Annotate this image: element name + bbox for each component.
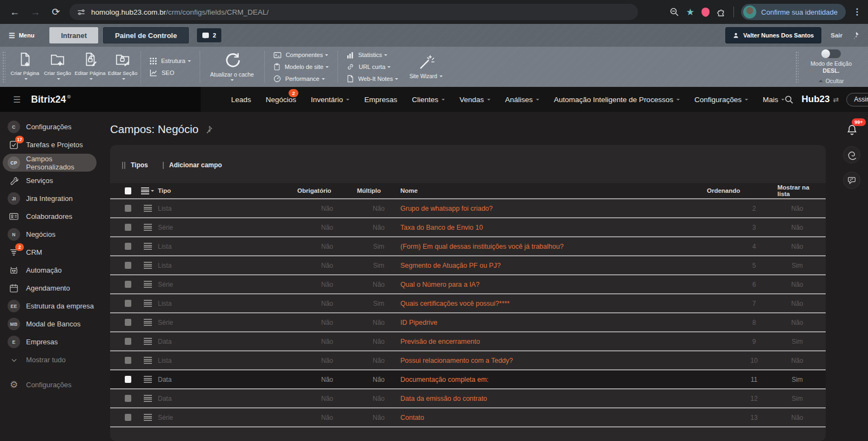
edit-mode-toggle[interactable] bbox=[821, 49, 841, 58]
nav-item-empresas[interactable]: Empresas bbox=[364, 96, 397, 104]
row-drag-handle-icon[interactable] bbox=[144, 319, 152, 326]
chat-history-button[interactable] bbox=[843, 172, 860, 189]
row-checkbox[interactable] bbox=[125, 262, 131, 269]
nav-item-clientes[interactable]: Clientes bbox=[412, 96, 445, 104]
nav-item-automacao-processos[interactable]: Automação Inteligente de Processos bbox=[554, 96, 680, 104]
field-name-link[interactable]: Possui relacionamento com a Teddy? bbox=[400, 357, 707, 364]
assinatura-button[interactable]: Assinatura bbox=[846, 93, 868, 106]
extensions-puzzle-icon[interactable] bbox=[717, 7, 726, 17]
row-checkbox[interactable] bbox=[125, 357, 131, 364]
nav-item-vendas[interactable]: Vendas bbox=[459, 96, 490, 104]
browser-menu-icon[interactable]: ⋮ bbox=[853, 10, 861, 14]
row-drag-handle-icon[interactable] bbox=[144, 395, 152, 402]
row-drag-handle-icon[interactable] bbox=[144, 357, 152, 364]
nav-item-analises[interactable]: Análises bbox=[505, 96, 539, 104]
logout-link[interactable]: Sair bbox=[831, 32, 843, 39]
field-name-link[interactable]: Contato bbox=[400, 414, 707, 421]
column-header-mostrar-na-lista[interactable]: Mostrar na lista bbox=[777, 184, 817, 197]
pin-title-icon[interactable] bbox=[205, 125, 213, 134]
row-checkbox[interactable] bbox=[125, 281, 131, 288]
row-checkbox[interactable] bbox=[125, 414, 131, 421]
chat-counter[interactable]: 2 bbox=[197, 28, 221, 42]
nav-item-negocios[interactable]: Negócios2 bbox=[266, 96, 296, 104]
column-header-nome[interactable]: Nome bbox=[400, 187, 707, 194]
row-drag-handle-icon[interactable] bbox=[144, 224, 152, 231]
sidebar-item-configuracoes[interactable]: C Configurações bbox=[0, 118, 97, 136]
statistics-button[interactable]: Statistics bbox=[347, 52, 398, 59]
copilot-button[interactable] bbox=[843, 146, 860, 163]
forward-icon[interactable]: → bbox=[26, 3, 44, 21]
identity-chip[interactable]: Confirme sua identidade bbox=[741, 4, 846, 20]
seo-button[interactable]: SEO bbox=[150, 69, 191, 77]
site-wizard-button[interactable]: Site Wizard bbox=[405, 47, 446, 87]
row-checkbox[interactable] bbox=[125, 338, 131, 345]
criar-pagina-button[interactable]: Criar Página bbox=[9, 47, 41, 87]
row-checkbox[interactable] bbox=[125, 224, 131, 231]
sidebar-item-crm[interactable]: 2 CRM bbox=[0, 243, 97, 261]
hide-ribbon-button[interactable]: Ocultar bbox=[819, 78, 844, 84]
row-drag-handle-icon[interactable] bbox=[144, 300, 152, 307]
estrutura-button[interactable]: Estrutura bbox=[150, 58, 191, 65]
field-name-link[interactable]: Segmento de Atuação PF ou PJ? bbox=[400, 262, 707, 269]
componentes-button[interactable]: Componentes bbox=[273, 52, 329, 59]
nav-item-mais[interactable]: Mais bbox=[763, 96, 785, 104]
sidebar-item-negocios[interactable]: N Negócios bbox=[0, 225, 97, 243]
row-checkbox[interactable] bbox=[125, 300, 131, 307]
sidebar-item-modal-de-bancos[interactable]: MB Modal de Bancos bbox=[0, 315, 97, 333]
portal-switcher[interactable]: Hub23⇄ bbox=[801, 94, 839, 105]
select-all-checkbox[interactable] bbox=[125, 187, 131, 194]
sidebar-item-colaboradores[interactable]: Colaboradores bbox=[0, 207, 97, 225]
tipos-button[interactable]: Tipos bbox=[122, 161, 148, 169]
field-name-link[interactable]: Quais certificações você possui?**** bbox=[400, 300, 707, 307]
sidebar-item-campos-personalizados[interactable]: CP Campos Personalizados bbox=[3, 154, 97, 172]
modelo-de-site-button[interactable]: Modelo de site bbox=[273, 63, 329, 71]
web-it-notes-button[interactable]: Web-It Notes bbox=[347, 75, 398, 83]
zoom-out-icon[interactable] bbox=[669, 7, 679, 17]
field-name-link[interactable]: (Form) Em qual dessas instituições você … bbox=[400, 243, 707, 250]
row-drag-handle-icon[interactable] bbox=[144, 376, 152, 383]
column-header-obrigatorio[interactable]: Obrigatório bbox=[297, 187, 357, 194]
column-header-tipo[interactable]: Tipo bbox=[158, 187, 297, 194]
site-info-icon[interactable] bbox=[77, 8, 85, 16]
field-name-link[interactable]: Taxa do Banco de Envio 10 bbox=[400, 224, 707, 231]
field-name-link[interactable]: ID Pipedrive bbox=[400, 319, 707, 326]
sidebar-item-tarefas-e-projetos[interactable]: 17 Tarefas e Projetos bbox=[0, 136, 97, 154]
row-drag-handle-icon[interactable] bbox=[144, 262, 152, 269]
notifications-button[interactable]: 99+ bbox=[846, 124, 858, 136]
nav-burger-icon[interactable]: ☰ bbox=[13, 94, 21, 105]
row-checkbox[interactable] bbox=[125, 376, 131, 383]
menu-button[interactable]: ☰ Menu bbox=[9, 32, 34, 40]
bookmark-star-icon[interactable]: ★ bbox=[686, 8, 694, 17]
row-checkbox[interactable] bbox=[125, 395, 131, 402]
row-drag-handle-icon[interactable] bbox=[144, 205, 152, 212]
search-icon[interactable] bbox=[784, 95, 794, 104]
row-drag-handle-icon[interactable] bbox=[144, 281, 152, 288]
column-header-multiplo[interactable]: Múltiplo bbox=[357, 187, 400, 194]
row-checkbox[interactable] bbox=[125, 319, 131, 326]
nav-item-inventario[interactable]: Inventário bbox=[311, 96, 349, 104]
sidebar-item-agendamento[interactable]: Agendamento bbox=[0, 279, 97, 297]
field-name-link[interactable]: Documentação completa em: bbox=[400, 376, 707, 383]
sidebar-item-estrutura-da-empresa[interactable]: EE Estrutura da empresa bbox=[0, 297, 97, 315]
criar-secao-button[interactable]: Criar Seção bbox=[41, 47, 74, 87]
tab-painel-de-controle[interactable]: Painel de Controle bbox=[103, 27, 189, 43]
row-drag-handle-icon[interactable] bbox=[144, 243, 152, 250]
address-bar[interactable]: homolog.hub23.com.br/crm/configs/fields/… bbox=[69, 4, 638, 20]
column-header-ordenando[interactable]: Ordenando bbox=[707, 187, 777, 194]
sidebar-item-empresas[interactable]: E Empresas bbox=[0, 333, 97, 351]
extension-pink-icon[interactable] bbox=[701, 8, 710, 17]
editar-pagina-button[interactable]: Editar Página bbox=[74, 47, 106, 87]
back-icon[interactable]: ← bbox=[5, 3, 24, 21]
column-settings[interactable] bbox=[141, 187, 154, 194]
nav-item-configuracoes[interactable]: Configurações bbox=[694, 96, 748, 104]
pin-icon[interactable] bbox=[852, 32, 859, 39]
atualizar-cache-button[interactable]: Atualizar o cache bbox=[202, 47, 263, 87]
field-name-link[interactable]: Grupo de whatsapp foi criado? bbox=[400, 205, 707, 212]
row-drag-handle-icon[interactable] bbox=[144, 414, 152, 421]
sidebar-show-all[interactable]: Mostrar tudo bbox=[0, 351, 97, 369]
row-checkbox[interactable] bbox=[125, 243, 131, 250]
performance-button[interactable]: Performance bbox=[273, 75, 329, 83]
field-name-link[interactable]: Previsão de encerramento bbox=[400, 338, 707, 345]
sidebar-item-automacao[interactable]: Automação bbox=[0, 261, 97, 279]
nav-item-leads[interactable]: Leads bbox=[231, 96, 251, 104]
